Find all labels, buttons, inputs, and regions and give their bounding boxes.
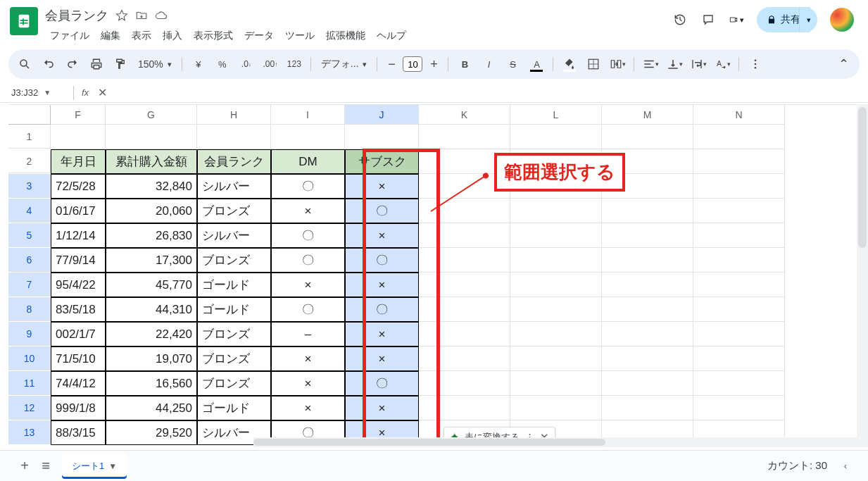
search-menus-icon[interactable] [14, 54, 35, 75]
cell[interactable] [602, 322, 693, 346]
cell[interactable]: 999/1/8 [51, 396, 106, 420]
cell[interactable] [419, 346, 510, 371]
cell[interactable] [271, 125, 345, 149]
cell[interactable] [602, 223, 693, 248]
account-avatar[interactable] [830, 8, 854, 32]
all-sheets-button[interactable]: ≡ [35, 456, 56, 477]
cell[interactable]: 〇 [271, 248, 345, 273]
column-header[interactable]: K [419, 105, 510, 125]
paint-format-icon[interactable] [110, 54, 131, 75]
cell[interactable]: シルバー [197, 174, 271, 199]
more-formats-icon[interactable]: 123 [284, 54, 305, 75]
cell[interactable] [419, 248, 510, 273]
cell[interactable] [51, 125, 106, 149]
cell[interactable] [693, 199, 785, 223]
vertical-scrollbar[interactable] [857, 104, 868, 447]
cell[interactable] [693, 322, 785, 346]
cell[interactable] [693, 396, 785, 420]
borders-icon[interactable] [583, 54, 604, 75]
cell[interactable]: 19,070 [106, 346, 197, 371]
merge-cells-icon[interactable]: ▾ [607, 54, 628, 75]
doc-title[interactable]: 会員ランク [45, 7, 108, 24]
increase-decimal-icon[interactable]: .00↑ [260, 54, 281, 75]
spreadsheet-grid[interactable]: FGHIJKLMN12年月日累計購入金額会員ランクDMサブスク372/5/283… [8, 104, 861, 447]
row-header[interactable]: 8 [8, 297, 51, 321]
cell[interactable]: – [271, 322, 345, 346]
cell[interactable]: × [345, 322, 419, 346]
cell[interactable]: × [271, 273, 345, 297]
header-cell[interactable]: サブスク [345, 149, 419, 174]
cell[interactable] [510, 125, 602, 149]
cell[interactable]: 44,310 [106, 297, 197, 322]
cell[interactable] [602, 346, 693, 371]
decrease-decimal-icon[interactable]: .0↓ [236, 54, 257, 75]
menu-data[interactable]: データ [239, 27, 279, 45]
cell[interactable]: ブロンズ [197, 322, 271, 346]
horizontal-align-icon[interactable]: ▾ [640, 54, 661, 75]
cell[interactable]: 72/5/28 [51, 174, 106, 199]
cell[interactable]: 29,520 [106, 420, 197, 445]
move-folder-icon[interactable] [135, 9, 148, 22]
cell[interactable]: 〇 [271, 297, 345, 322]
cell[interactable]: 22,420 [106, 322, 197, 346]
cell[interactable]: × [345, 174, 419, 199]
cell[interactable] [510, 322, 602, 346]
cell[interactable]: 〇 [345, 371, 419, 396]
column-header[interactable]: F [51, 105, 106, 125]
cell[interactable] [345, 125, 419, 149]
cell[interactable] [602, 273, 693, 297]
sheet-tab[interactable]: シート1 ▼ [62, 454, 127, 479]
header-cell[interactable]: 会員ランク [197, 149, 271, 174]
header-cell[interactable]: DM [271, 149, 345, 174]
cell[interactable] [693, 346, 785, 371]
sheets-logo-icon[interactable] [10, 7, 38, 35]
column-header[interactable]: J [345, 105, 419, 125]
column-header[interactable]: G [106, 105, 197, 125]
menu-help[interactable]: ヘルプ [372, 27, 411, 45]
cell[interactable] [510, 371, 602, 396]
cell[interactable]: ゴールド [197, 273, 271, 297]
percent-icon[interactable]: % [212, 54, 233, 75]
cell[interactable]: × [271, 346, 345, 371]
row-header[interactable]: 6 [8, 248, 51, 272]
cell[interactable] [602, 297, 693, 322]
menu-extensions[interactable]: 拡張機能 [321, 27, 370, 45]
cell[interactable] [693, 223, 785, 248]
vertical-align-icon[interactable]: ▾ [664, 54, 685, 75]
more-toolbar-icon[interactable] [745, 54, 766, 75]
cell[interactable]: × [345, 346, 419, 371]
cell[interactable]: 88/3/15 [51, 420, 106, 445]
cell[interactable]: ブロンズ [197, 371, 271, 396]
cell[interactable]: 〇 [271, 223, 345, 248]
cell[interactable] [693, 125, 785, 149]
sheet-tab-dropdown-icon[interactable]: ▼ [108, 461, 117, 471]
row-header[interactable]: 11 [8, 371, 51, 395]
cell[interactable]: 1/12/14 [51, 223, 106, 248]
cell[interactable] [510, 396, 602, 420]
italic-icon[interactable]: I [478, 54, 499, 75]
cell[interactable]: 83/5/18 [51, 297, 106, 322]
cell[interactable] [419, 273, 510, 297]
cell[interactable] [693, 248, 785, 273]
cell[interactable]: 〇 [345, 297, 419, 322]
row-header[interactable]: 1 [8, 125, 51, 149]
cell[interactable]: 74/4/12 [51, 371, 106, 396]
cell[interactable]: 16,560 [106, 371, 197, 396]
cell[interactable]: 45,770 [106, 273, 197, 297]
cell[interactable] [510, 297, 602, 322]
row-header[interactable]: 7 [8, 273, 51, 296]
menu-file[interactable]: ファイル [45, 27, 94, 45]
meet-icon[interactable]: ▾ [729, 12, 744, 27]
cell[interactable] [510, 199, 602, 223]
cell[interactable]: 77/9/14 [51, 248, 106, 273]
cell[interactable] [419, 322, 510, 346]
cell[interactable]: 71/5/10 [51, 346, 106, 371]
cell[interactable]: 32,840 [106, 174, 197, 199]
column-header[interactable]: H [197, 105, 271, 125]
cloud-status-icon[interactable] [155, 9, 168, 22]
cell[interactable] [419, 371, 510, 396]
cell[interactable]: × [345, 223, 419, 248]
cell[interactable]: 20,060 [106, 199, 197, 223]
redo-icon[interactable] [62, 54, 83, 75]
header-cell[interactable]: 年月日 [51, 149, 106, 174]
